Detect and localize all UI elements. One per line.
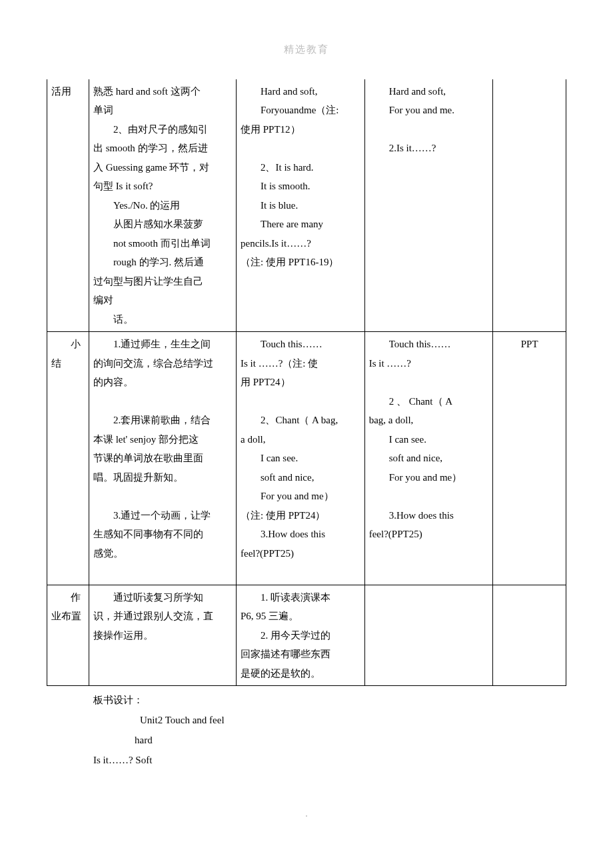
text: 感觉。 (93, 544, 232, 563)
cell-teacher-activity: Touch this…… Is it ……?（注: 使 用 PPT24） 2、C… (236, 332, 364, 585)
text: Touch this…… (241, 335, 360, 354)
text: feel?(PPT25) (369, 525, 489, 544)
text: Is it ……? (369, 354, 489, 373)
row-label-zuoye: 作 业布置 (47, 585, 89, 686)
text: Yes./No. 的运用 (93, 196, 232, 215)
cell-student-activity: Touch this…… Is it ……? 2 、 Chant（ A bag,… (364, 332, 493, 585)
text: 1.通过师生，生生之间 (93, 335, 232, 354)
text: 小 (51, 335, 85, 354)
text (369, 373, 489, 392)
cell-resource (493, 79, 566, 332)
text: Hard and soft, (241, 82, 360, 101)
cell-teacher-activity: Hard and soft, Foryouandme（注: 使用 PPT12） … (236, 79, 364, 332)
text: （注: 使用 PPT24） (241, 506, 360, 525)
text: 识，并通过跟别人交流，直 (93, 607, 232, 626)
cell-student-activity (364, 585, 493, 686)
text: Foryouandme（注: (241, 101, 360, 120)
board-design-word-hard: hard (135, 730, 566, 750)
text: a doll, (241, 430, 360, 449)
cell-objective: 1.通过师生，生生之间 的询问交流，综合总结学过 的内容。 2.套用课前歌曲，结… (89, 332, 236, 585)
text: 使用 PPT12） (241, 120, 360, 139)
text: 出 smooth 的学习，然后进 (93, 139, 232, 158)
table-row: 活用 熟悉 hard and soft 这两个 单词 2、由对尺子的感知引 出 … (47, 79, 566, 332)
text: P6, 95 三遍。 (241, 607, 360, 626)
text: 的内容。 (93, 373, 232, 392)
cell-student-activity: Hard and soft, For you and me. 2.Is it……… (364, 79, 493, 332)
text: 过句型与图片让学生自己 (93, 272, 232, 291)
page-header-watermark: 精选教育 (47, 40, 566, 59)
text (241, 392, 360, 411)
text: I can see. (241, 449, 360, 468)
text: 3.通过一个动画，让学 (93, 506, 232, 525)
text: 话。 (93, 310, 232, 329)
text: 的询问交流，综合总结学过 (93, 354, 232, 373)
text: 2 、 Chant（ A (369, 392, 489, 411)
text: 回家描述有哪些东西 (241, 645, 360, 664)
text: feel?(PPT25) (241, 544, 360, 563)
cell-objective: 熟悉 hard and soft 这两个 单词 2、由对尺子的感知引 出 smo… (89, 79, 236, 332)
text: soft and nice, (369, 449, 489, 468)
text (93, 392, 232, 411)
text: 1. 听读表演课本 (241, 588, 360, 607)
board-design-section: 板书设计： Unit2 Touch and feel hard Is it……?… (47, 690, 566, 770)
text: 用 PPT24） (241, 373, 360, 392)
text: 2.套用课前歌曲，结合 (93, 411, 232, 430)
text: 生感知不同事物有不同的 (93, 525, 232, 544)
text: 2、Chant（ A bag, (241, 411, 360, 430)
text: 活用 (51, 82, 85, 101)
text: It is smooth. (241, 177, 360, 196)
text: For you and me） (241, 487, 360, 506)
text: 节课的单词放在歌曲里面 (93, 449, 232, 468)
text (241, 139, 360, 158)
text: 2. 用今天学过的 (241, 626, 360, 645)
text: 2、由对尺子的感知引 (93, 120, 232, 139)
text (93, 487, 232, 506)
text: rough 的学习. 然后通 (93, 253, 232, 272)
board-design-unit: Unit2 Touch and feel (140, 710, 566, 730)
text: 唱。巩固提升新知。 (93, 468, 232, 487)
text: For you and me. (369, 101, 489, 120)
cell-objective: 通过听读复习所学知 识，并通过跟别人交流，直 接操作运用。 (89, 585, 236, 686)
text: 业布置 (51, 607, 85, 626)
text: bag, a doll, (369, 411, 489, 430)
table-row: 作 业布置 通过听读复习所学知 识，并通过跟别人交流，直 接操作运用。 1. 听… (47, 585, 566, 686)
text: For you and me） (369, 468, 489, 487)
lesson-plan-table: 活用 熟悉 hard and soft 这两个 单词 2、由对尺子的感知引 出 … (47, 79, 566, 687)
text: 3.How does this (241, 525, 360, 544)
row-label-xiaojie: 小 结 (47, 332, 89, 585)
text: 通过听读复习所学知 (93, 588, 232, 607)
text: soft and nice, (241, 468, 360, 487)
text: 2.Is it……? (369, 139, 489, 158)
text: （注: 使用 PPT16-19） (241, 253, 360, 272)
text: 熟悉 hard and soft 这两个 (93, 82, 232, 101)
text: Is it ……?（注: 使 (241, 354, 360, 373)
text: 作 (51, 588, 85, 607)
text: 本课 let' senjoy 部分把这 (93, 430, 232, 449)
text: 2、It is hard. (241, 158, 360, 177)
text: 编对 (93, 291, 232, 310)
board-design-sentence: Is it……? Soft (93, 750, 566, 770)
text: Touch this…… (369, 335, 489, 354)
board-design-title: 板书设计： (93, 690, 566, 710)
text: 3.How does this (369, 506, 489, 525)
row-label-huoyong: 活用 (47, 79, 89, 332)
text: pencils.Is it……? (241, 234, 360, 253)
text (369, 487, 489, 506)
page-dot: . (47, 803, 566, 823)
text: not smooth 而引出单词 (93, 234, 232, 253)
text (369, 120, 489, 139)
text: 从图片感知水果菠萝 (93, 215, 232, 234)
text: Hard and soft, (369, 82, 489, 101)
text: 句型 Is it soft? (93, 177, 232, 196)
cell-resource: PPT (493, 332, 566, 585)
text: 接操作运用。 (93, 626, 232, 645)
text: I can see. (369, 430, 489, 449)
text: There are many (241, 215, 360, 234)
cell-teacher-activity: 1. 听读表演课本 P6, 95 三遍。 2. 用今天学过的 回家描述有哪些东西… (236, 585, 364, 686)
table-row: 小 结 1.通过师生，生生之间 的询问交流，综合总结学过 的内容。 2.套用课前… (47, 332, 566, 585)
text: It is blue. (241, 196, 360, 215)
text (93, 563, 232, 582)
text: 单词 (93, 101, 232, 120)
text: 是硬的还是软的。 (241, 664, 360, 683)
text: PPT (497, 335, 562, 354)
